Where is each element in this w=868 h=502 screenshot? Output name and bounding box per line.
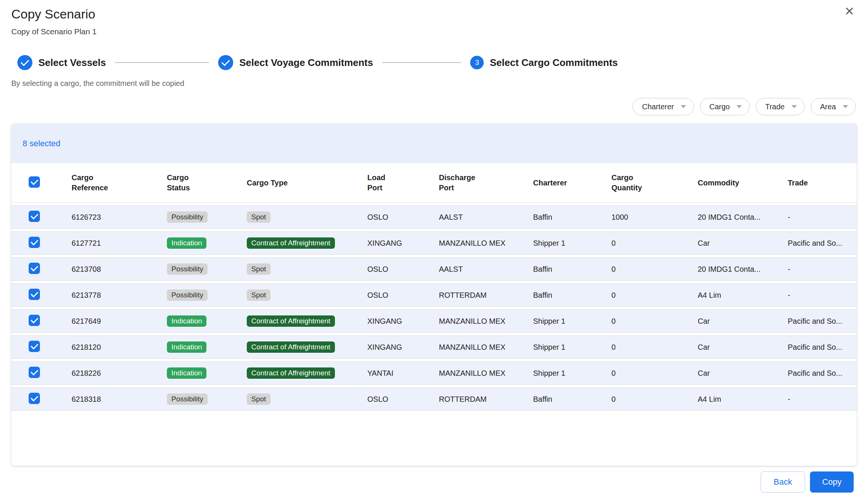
cell-cargo-type: Spot bbox=[247, 393, 367, 405]
cell-discharge-port: MANZANILLO MEX bbox=[439, 317, 533, 326]
cell-load-port: OSLO bbox=[367, 213, 439, 222]
cell-cargo-reference: 6126723 bbox=[72, 213, 167, 222]
cell-cargo-reference: 6218226 bbox=[72, 369, 167, 378]
cell-charterer: Baffin bbox=[533, 265, 611, 274]
cell-discharge-port: MANZANILLO MEX bbox=[439, 239, 533, 248]
stepper-connector bbox=[115, 62, 209, 63]
cell-cargo-status: Possibility bbox=[167, 263, 247, 275]
cell-load-port: XINGANG bbox=[367, 317, 439, 326]
cell-charterer: Baffin bbox=[533, 395, 611, 404]
cell-commodity: 20 IMDG1 Conta... bbox=[698, 213, 788, 222]
chevron-down-icon bbox=[792, 105, 797, 108]
cargo-type-badge: Spot bbox=[247, 289, 270, 301]
filter-label: Cargo bbox=[709, 103, 730, 111]
status-badge: Possibility bbox=[167, 393, 208, 405]
cargo-type-badge: Spot bbox=[247, 393, 270, 405]
status-badge: Possibility bbox=[167, 211, 208, 223]
step-label: Select Vessels bbox=[38, 57, 106, 69]
cell-cargo-type: Contract of Affreightment bbox=[247, 237, 367, 249]
table-row[interactable]: 6213778 Possibility Spot OSLO ROTTERDAM … bbox=[11, 283, 857, 307]
cell-cargo-status: Possibility bbox=[167, 211, 247, 223]
filter-label: Charterer bbox=[642, 103, 674, 111]
cargo-table-panel: 8 selected CargoReference CargoStatus Ca… bbox=[11, 124, 857, 466]
cell-load-port: OSLO bbox=[367, 291, 439, 300]
filter-cargo[interactable]: Cargo bbox=[700, 98, 750, 115]
cell-trade: Pacific and So... bbox=[788, 317, 857, 326]
cell-commodity: A4 Lim bbox=[698, 291, 788, 300]
cell-commodity: Car bbox=[698, 343, 788, 352]
table-body: 6126723 Possibility Spot OSLO AALST Baff… bbox=[11, 205, 857, 411]
dialog-subtitle: Copy of Scenario Plan 1 bbox=[11, 27, 96, 36]
row-checkbox[interactable] bbox=[29, 393, 40, 404]
row-checkbox[interactable] bbox=[29, 367, 40, 378]
table-row[interactable]: 6218226 Indication Contract of Affreight… bbox=[11, 361, 857, 385]
table-row[interactable]: 6127721 Indication Contract of Affreight… bbox=[11, 231, 857, 255]
cell-cargo-status: Indication bbox=[167, 237, 247, 249]
back-button[interactable]: Back bbox=[761, 471, 805, 493]
cargo-type-badge: Contract of Affreightment bbox=[247, 237, 335, 249]
cell-charterer: Baffin bbox=[533, 291, 611, 300]
table-row[interactable]: 6217649 Indication Contract of Affreight… bbox=[11, 309, 857, 333]
filter-trade[interactable]: Trade bbox=[756, 98, 805, 115]
table-row[interactable]: 6213708 Possibility Spot OSLO AALST Baff… bbox=[11, 257, 857, 281]
row-checkbox[interactable] bbox=[29, 237, 40, 248]
cell-discharge-port: AALST bbox=[439, 213, 533, 222]
row-checkbox[interactable] bbox=[29, 341, 40, 352]
chevron-down-icon bbox=[843, 105, 848, 108]
cell-cargo-type: Contract of Affreightment bbox=[247, 341, 367, 353]
step-select-voyage-commitments[interactable]: Select Voyage Commitments bbox=[218, 55, 373, 70]
step-select-cargo-commitments[interactable]: 3 Select Cargo Commitments bbox=[470, 56, 618, 69]
cell-cargo-quantity: 1000 bbox=[611, 213, 698, 222]
table-row[interactable]: 6218120 Indication Contract of Affreight… bbox=[11, 335, 857, 359]
cell-charterer: Shipper 1 bbox=[533, 343, 611, 352]
cargo-type-badge: Contract of Affreightment bbox=[247, 341, 335, 353]
cell-cargo-quantity: 0 bbox=[611, 395, 698, 404]
cell-trade: Pacific and So... bbox=[788, 369, 857, 378]
cell-trade: - bbox=[788, 291, 857, 300]
chevron-down-icon bbox=[681, 105, 686, 108]
step-complete-check-icon bbox=[218, 55, 233, 70]
row-checkbox[interactable] bbox=[29, 211, 40, 222]
status-badge: Indication bbox=[167, 237, 206, 249]
column-header-cargo-status: CargoStatus bbox=[167, 173, 247, 193]
filter-charterer[interactable]: Charterer bbox=[633, 98, 694, 115]
cell-discharge-port: AALST bbox=[439, 265, 533, 274]
cargo-type-badge: Spot bbox=[247, 211, 270, 223]
chevron-down-icon bbox=[737, 105, 742, 108]
cell-cargo-reference: 6127721 bbox=[72, 239, 167, 248]
cell-cargo-status: Indication bbox=[167, 315, 247, 327]
cell-cargo-type: Spot bbox=[247, 263, 367, 275]
table-row[interactable]: 6126723 Possibility Spot OSLO AALST Baff… bbox=[11, 205, 857, 229]
cell-commodity: Car bbox=[698, 239, 788, 248]
step-label: Select Voyage Commitments bbox=[239, 57, 373, 69]
copy-button[interactable]: Copy bbox=[810, 471, 854, 493]
cell-charterer: Shipper 1 bbox=[533, 239, 611, 248]
column-header-load-port: LoadPort bbox=[367, 173, 439, 193]
cell-load-port: OSLO bbox=[367, 265, 439, 274]
cell-load-port: YANTAI bbox=[367, 369, 439, 378]
table-row[interactable]: 6218318 Possibility Spot OSLO ROTTERDAM … bbox=[11, 387, 857, 411]
status-badge: Indication bbox=[167, 341, 206, 353]
cell-cargo-status: Indication bbox=[167, 367, 247, 379]
selection-banner: 8 selected bbox=[11, 124, 857, 163]
row-checkbox[interactable] bbox=[29, 315, 40, 326]
row-checkbox[interactable] bbox=[29, 289, 40, 300]
cell-cargo-reference: 6213778 bbox=[72, 291, 167, 300]
select-all-checkbox[interactable] bbox=[29, 176, 40, 188]
row-checkbox[interactable] bbox=[29, 263, 40, 274]
filter-area[interactable]: Area bbox=[811, 98, 856, 115]
cell-charterer: Shipper 1 bbox=[533, 369, 611, 378]
cell-discharge-port: MANZANILLO MEX bbox=[439, 343, 533, 352]
cell-cargo-type: Contract of Affreightment bbox=[247, 315, 367, 327]
stepper: Select Vessels Select Voyage Commitments… bbox=[17, 55, 618, 70]
step-select-vessels[interactable]: Select Vessels bbox=[17, 55, 106, 70]
cell-cargo-type: Spot bbox=[247, 289, 367, 301]
column-header-cargo-type: Cargo Type bbox=[247, 178, 367, 188]
cell-cargo-quantity: 0 bbox=[611, 239, 698, 248]
filter-bar: Charterer Cargo Trade Area bbox=[633, 98, 856, 115]
close-icon[interactable]: ✕ bbox=[844, 5, 854, 17]
status-badge: Possibility bbox=[167, 263, 208, 275]
cell-charterer: Baffin bbox=[533, 213, 611, 222]
table-header-row: CargoReference CargoStatus Cargo Type Lo… bbox=[11, 163, 857, 203]
cell-trade: - bbox=[788, 395, 857, 404]
